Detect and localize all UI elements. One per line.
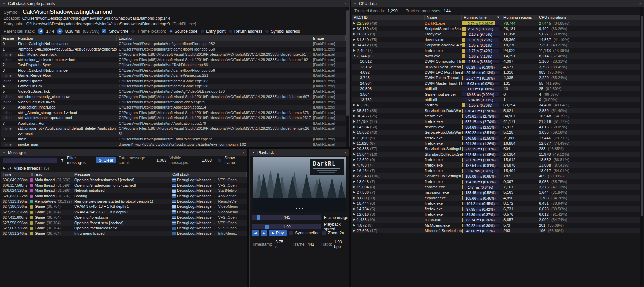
callstack-frame-row[interactable]: inline std::unique_lock<std::mutex>::loc… (1, 57, 346, 63)
message-callstack[interactable]: DebugLog::Message ← VFS::Open (170, 183, 247, 188)
frame-location-radio[interactable]: Symbol address (265, 29, 300, 34)
frame-function[interactable]: <lambda_84a19dc444fae966ca174e83e708bdca… (16, 47, 117, 52)
show-frame-checkbox[interactable] (217, 158, 222, 163)
cpu-row[interactable]: ▶ 4,768 (7) firefox.exe 187.54 ms (0.81%… (352, 162, 640, 168)
callstack-frame-row[interactable]: 7 Application::Run C:\Users\wolf\Desktop… (1, 121, 346, 126)
column-callstack[interactable]: Call stack (170, 172, 247, 177)
cpu-row[interactable]: ▶ 4 (126) System 1.55 s (6.70%) 69,294 3… (352, 102, 640, 108)
column-running-regions[interactable]: Running regions (501, 15, 537, 20)
next-callstack-button[interactable]: ▶ (57, 28, 63, 34)
frame-function[interactable]: Game::OnTick (16, 84, 117, 89)
expand-icon[interactable]: ▶ (352, 141, 357, 146)
frame-location[interactable]: C:\Program Files (x86)\Microsoft Visual … (117, 57, 311, 63)
visible-threads-row[interactable]: ▶ ⇄ Visible threads: (5) (0, 165, 247, 171)
filter-input[interactable] (3, 157, 58, 164)
message-row[interactable]: 627,313,190ns RemoteView (31,392) Remote… (1, 199, 247, 204)
callstack-frame-row[interactable]: 0 Floor::CalcLightNoLuminance C:\Users\w… (1, 41, 346, 47)
collapse-icon[interactable]: ▼ (3, 2, 5, 5)
cpu-row[interactable]: 3,564 GameInput server 69.68 us (0.00%) … (352, 91, 640, 97)
expand-icon[interactable]: ▶ (352, 173, 357, 179)
callstack-frame-row[interactable]: inline std::chrono::steady_clock::now C:… (1, 94, 346, 100)
playback-speed-slider[interactable]: 1.00 (252, 224, 322, 230)
frame-location[interactable]: C:\Users\wolf\Desktop\darkrl\src\game\Ga… (117, 73, 311, 78)
message-row[interactable]: 627,411,606ns Game (36,704) Opening /for… (1, 215, 247, 220)
cpu-row[interactable]: ▶ 11,152 (12) firefox.exe 632.15 ms (2.7… (352, 119, 640, 124)
callstack-frame-row[interactable]: inline std::_Atomic_storage<bool,1>::loa… (1, 110, 346, 116)
expand-icon[interactable]: ▶ (352, 146, 357, 152)
frame-function[interactable]: TaskDispatch::Sync (16, 62, 117, 68)
cpu-row[interactable]: ▶ 27,536 (7) msvsmon.exe 133.45 ms (0.58… (352, 190, 640, 195)
callstack-scrollbar[interactable] (346, 7, 349, 147)
cpu-row[interactable]: ▶ 18,444 (6) firefox.exe 104.2 ms (0.45%… (352, 201, 640, 206)
scrollbar-thumb[interactable] (641, 16, 643, 217)
frame-function[interactable]: main (16, 137, 117, 142)
expand-icon[interactable]: ▶ (352, 108, 357, 113)
frame-location[interactable]: C:\Users\wolf\Desktop\darkrl\src\Applica… (117, 121, 311, 126)
callstack-frame-row[interactable]: inline Game::Update C:\Users\wolf\Deskto… (1, 78, 346, 84)
message-row[interactable]: 626,833,622ns Main thread (31,596) Booti… (1, 193, 247, 199)
callstack-frame-row[interactable]: 6 Application::InnerLoop C:\Users\wolf\D… (1, 105, 346, 110)
cpu-row[interactable]: ▶ 11,820 (9) firefox.exe 346.58 ms (1.50… (352, 135, 640, 141)
expand-icon[interactable]: ▶ (352, 223, 357, 228)
frame-location[interactable]: C:\Program Files (x86)\Microsoft Visual … (117, 110, 311, 116)
cpu-row[interactable]: ▶ 30,456 (25) steam.exe 643.61 ms (2.79%… (352, 113, 640, 119)
entry-point-path[interactable]: C:\Users\wolf\Desktop\darkrl\src\game\vi… (26, 21, 170, 26)
radio-icon[interactable] (169, 29, 173, 33)
cpu-row[interactable]: ▶ 14,784 (5) firefox.exe 97.95 ms (0.42%… (352, 206, 640, 212)
callstack-frame-row[interactable]: inline Video::GetTicksHiRes C:\Users\wol… (1, 100, 346, 105)
message-row[interactable]: 627,831,246ns Game (36,704) Intro menu l… (1, 231, 247, 236)
cpu-row[interactable]: ▶ 1,488 (10) csrss.exe 83.74 ms (0.36%) … (352, 217, 640, 223)
cpu-row[interactable]: 3,748 DWM Token Thread 23.37 ms (0.10%) … (352, 75, 640, 81)
cpu-row[interactable]: 20,508 ntdll.dll 1.01 ms (0.00%) 40 25 (… (352, 86, 640, 91)
message-callstack[interactable]: DebugLog::Message ← Application: (170, 193, 247, 199)
collapse-icon[interactable]: ▼ (3, 151, 5, 154)
radio-icon[interactable] (200, 29, 204, 33)
prev-frame-button[interactable]: ◀ (252, 230, 259, 236)
message-callstack[interactable]: DebugLog::Message ← VideoMemo (170, 210, 247, 215)
expand-icon[interactable]: ▶ (352, 212, 357, 217)
next-frame-button[interactable]: ▶ (261, 230, 267, 236)
frame-function[interactable]: Floor::CalcLightNoLuminance (16, 41, 117, 47)
callstack-frame-row[interactable]: 1 <lambda_84a19dc444fae966ca174e83e708bd… (1, 47, 346, 52)
frame-image-slider[interactable]: 441 (252, 215, 322, 220)
collapse-icon[interactable]: ▼ (252, 151, 255, 154)
expand-icon[interactable]: ▶ (3, 167, 5, 170)
expand-icon[interactable]: ▶ (352, 179, 357, 184)
frame-location[interactable]: C:\Users\wolf\Desktop\darkrl\src\Applica… (117, 105, 311, 110)
radio-icon[interactable] (265, 29, 269, 33)
cpu-row[interactable]: ▶ 15,004 (8) chrome.exe 147 ms (0.64%) 7… (352, 184, 640, 190)
expand-icon[interactable]: ▶ (352, 217, 357, 223)
expand-icon[interactable]: ▼ (352, 53, 357, 59)
expand-icon[interactable]: ▶ (352, 113, 357, 119)
cpu-row[interactable]: ▶ 10,316 (9) Tracy.exe 2.18 s (9.45%) 11… (352, 31, 640, 37)
cpu-row[interactable]: ▶ 30,160 (84) ScriptedSandbox64.exe 2.51… (352, 26, 640, 31)
callstack-frame-row[interactable]: inline Game::RenderFloor C:\Users\wolf\D… (1, 73, 346, 78)
message-row[interactable]: 627,558,996ns Game (36,704) Opening /for… (1, 220, 247, 226)
callstack-frame-row[interactable]: inline invoke_main d:\agent\_work\63\s\s… (1, 142, 346, 147)
frame-location[interactable]: C:\Users\wolf\Desktop\darkrl\src\game\fl… (117, 47, 311, 52)
cpu-row[interactable]: ▶ 35,812 (88) ServiceHub.DataWarehou 670… (352, 108, 640, 113)
message-row[interactable]: 627,399,326ns Game (36,704) VRAM 43x45: … (1, 210, 247, 215)
cpu-row[interactable]: ▶ 27,696 (17) Microsoft.ServiceHub.Co 48… (352, 228, 640, 233)
frame-location[interactable]: C:\Program Files (x86)\Microsoft Visual … (117, 52, 311, 57)
callstack-frame-row[interactable]: 2 TaskDispatch::Sync C:\Users\wolf\Deskt… (1, 62, 346, 68)
column-function[interactable]: Function (16, 35, 117, 41)
cpu-row[interactable]: ▶ 34,412 (18) ScriptedSandbox64.exe 1.85… (352, 42, 640, 48)
playback-titlebar[interactable]: ▼ Playback × (250, 149, 349, 156)
clear-button[interactable]: ⊗ Clear (96, 157, 116, 163)
message-callstack[interactable]: DebugLog::Message ← VideoMemo (170, 204, 247, 210)
cpu-row[interactable]: ▶ 4,872 (9) MsMpEng.exe 70.22 ms (0.30%)… (352, 223, 640, 228)
cpu-row[interactable]: ▶ 29,388 (77) ServiceHub.SettingsHost 27… (352, 146, 640, 152)
scrollbar-thumb[interactable] (346, 10, 349, 116)
message-row[interactable]: 606,049,398ns Main thread (31,596) Openi… (1, 177, 247, 183)
prev-callstack-button[interactable]: ◀ (38, 28, 43, 34)
cpu-row[interactable]: ▶ 12,016 (3) firefox.exe 84.89 ms (0.37%… (352, 212, 640, 217)
radio-icon[interactable] (229, 29, 233, 33)
cpu-row[interactable]: ▶ 11,828 (6) firefox.exe 291.26 ms (1.26… (352, 141, 640, 146)
frame-function[interactable]: Video::GetTicksHiRes (16, 100, 117, 105)
cpu-row[interactable]: 4,092 DWM LPC Port Thread 29.16 ms (0.13… (352, 70, 640, 75)
location-path[interactable]: C:\Users\wolf\Desktop\darkrl\src\game\vi… (22, 16, 170, 21)
frame-function[interactable]: invoke_main (16, 142, 117, 147)
cpu-row[interactable]: ▶ 2,492 (7) firefox.exe 1.71 s (7.42%) 2… (352, 48, 640, 53)
message-callstack[interactable]: DebugLog::Message ← VFS::Open (170, 220, 247, 226)
